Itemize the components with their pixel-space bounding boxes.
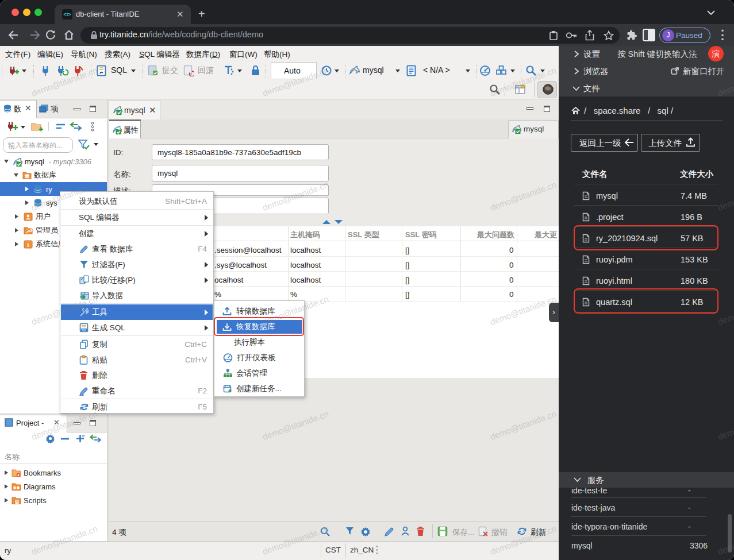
svg-text:SQL: SQL: [81, 329, 87, 332]
svg-text:i: i: [28, 241, 29, 248]
